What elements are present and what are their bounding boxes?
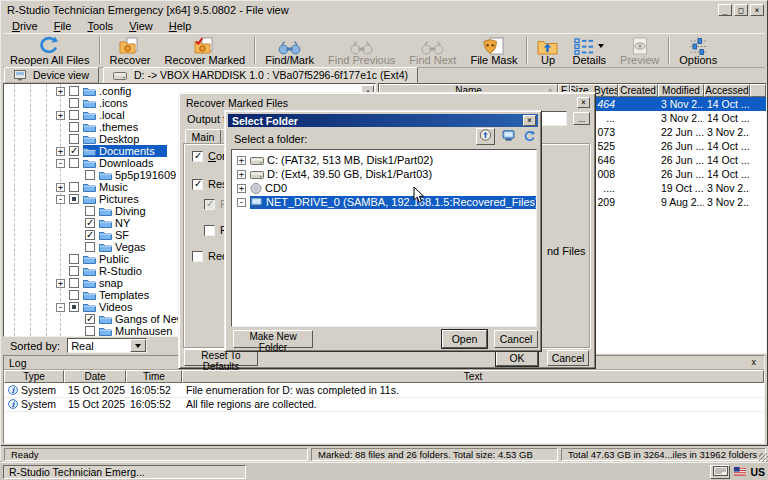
details-button[interactable]: Details	[565, 34, 613, 67]
expand-icon[interactable]: +	[237, 170, 246, 179]
checkbox[interactable]	[69, 98, 79, 108]
checkbox[interactable]	[192, 179, 203, 190]
checkbox[interactable]	[69, 182, 79, 192]
checkbox[interactable]	[192, 251, 203, 262]
window-title: R-Studio Technician Emergency [x64] 9.5.…	[3, 4, 289, 16]
accessed-cell: 3 Nov 2...	[704, 195, 750, 209]
drive-icon	[250, 155, 264, 166]
checkbox[interactable]	[85, 314, 95, 324]
log-column-time[interactable]: Time	[126, 370, 182, 383]
menu-item-file[interactable]: File	[46, 20, 80, 32]
checkbox[interactable]	[85, 242, 95, 252]
folder-icon	[99, 218, 112, 228]
column-header-modified[interactable]: Modified	[658, 84, 704, 97]
close-icon[interactable]: ×	[523, 115, 536, 126]
cancel-button[interactable]: Cancel	[547, 350, 589, 366]
minimize-button[interactable]: _	[718, 4, 732, 16]
expand-icon[interactable]: +	[56, 87, 65, 96]
checkbox[interactable]	[69, 122, 79, 132]
checkbox[interactable]	[69, 86, 79, 96]
tree-spacer	[56, 255, 65, 264]
checkbox[interactable]	[69, 254, 79, 264]
tree-item-label: Munhausen	[115, 325, 173, 337]
checkbox[interactable]	[192, 151, 203, 162]
checkbox[interactable]	[85, 218, 95, 228]
folder-item-net-drive-0[interactable]: -NET_DRIVE_0 (SAMBA, 192.168.1.5:Recover…	[232, 195, 536, 209]
column-header-created[interactable]: Created	[618, 84, 658, 97]
checkbox[interactable]	[69, 302, 79, 312]
folder-up-button[interactable]	[476, 128, 495, 145]
tree-spacer	[72, 207, 81, 216]
checkbox[interactable]	[85, 206, 95, 216]
expand-icon[interactable]: +	[56, 147, 65, 156]
log-row[interactable]: iSystem15 Oct 202516:05:52All file regio…	[4, 398, 764, 413]
browse-button[interactable]: ...	[573, 112, 590, 125]
taskbar-app-button[interactable]: R-Studio Technician Emerg...	[3, 465, 246, 479]
recover-button[interactable]: Recover	[103, 34, 158, 67]
collapse-icon[interactable]: -	[237, 198, 246, 207]
checkbox[interactable]	[69, 290, 79, 300]
expand-icon[interactable]: +	[237, 156, 246, 165]
column-header-accessed[interactable]: Accessed	[704, 84, 750, 97]
checkbox[interactable]	[85, 230, 95, 240]
checkbox[interactable]	[204, 225, 215, 236]
refresh-icon[interactable]	[523, 130, 536, 142]
tree-spacer	[72, 231, 81, 240]
make-new-folder-button[interactable]: Make New Folder	[233, 330, 313, 348]
checkbox[interactable]	[69, 266, 79, 276]
dropdown-arrow-icon[interactable]	[130, 339, 146, 352]
expand-icon[interactable]: +	[237, 184, 246, 193]
checkbox[interactable]	[69, 194, 79, 204]
checkbox[interactable]	[69, 278, 79, 288]
locale-label: US	[750, 466, 765, 478]
tab-partition[interactable]: D: -> VBOX HARDDISK 1.0 : VBa07f5296-6f1…	[103, 67, 418, 83]
tree-spacer	[56, 99, 65, 108]
find-mark-button[interactable]: Find/Mark	[258, 34, 321, 67]
recover-marked-button[interactable]: Recover Marked	[157, 34, 252, 67]
collapse-icon[interactable]: -	[56, 195, 65, 204]
log-column-type[interactable]: Type	[4, 370, 64, 383]
folder-item-d[interactable]: +D: (Ext4, 39.50 GB, Disk1/Part03)	[232, 167, 536, 181]
folder-item-cd0[interactable]: +CD0	[232, 181, 536, 195]
close-icon[interactable]: ×	[577, 97, 590, 108]
checkbox[interactable]	[69, 134, 79, 144]
open-button[interactable]: Open	[442, 330, 487, 348]
close-icon[interactable]: x	[749, 358, 760, 367]
menu-item-tools[interactable]: Tools	[79, 20, 121, 32]
expand-icon[interactable]: +	[56, 279, 65, 288]
log-row[interactable]: iSystem15 Oct 202516:05:52File enumerati…	[4, 383, 764, 398]
file-mask-button[interactable]: File Mask	[463, 34, 524, 67]
tab-main[interactable]: Main	[185, 129, 221, 144]
close-button[interactable]: ×	[750, 4, 764, 16]
folder-icon	[83, 158, 96, 168]
maximize-button[interactable]: □	[734, 4, 748, 16]
options-button[interactable]: Options	[672, 34, 724, 67]
computer-icon[interactable]	[502, 130, 515, 141]
expand-icon[interactable]: +	[56, 111, 65, 120]
checkbox[interactable]	[85, 326, 95, 336]
checkbox[interactable]	[69, 146, 79, 156]
checkbox[interactable]	[69, 110, 79, 120]
checkbox[interactable]	[69, 158, 79, 168]
expand-icon[interactable]: +	[56, 183, 65, 192]
up-button[interactable]: Up	[530, 34, 565, 67]
collapse-icon[interactable]: -	[56, 303, 65, 312]
log-column-text[interactable]: Text	[182, 370, 764, 383]
keyboard-layout-icon[interactable]	[710, 465, 730, 479]
cancel-button[interactable]: Cancel	[494, 330, 538, 348]
reopen-all-files-button[interactable]: Reopen All Files	[3, 34, 97, 67]
menu-item-help[interactable]: Help	[161, 20, 200, 32]
ok-button[interactable]: OK	[496, 350, 538, 366]
menu-item-drive[interactable]: Drive	[4, 20, 46, 32]
tree-spacer	[56, 291, 65, 300]
folder-item-c[interactable]: +C: (FAT32, 513 MB, Disk1/Part02)	[232, 153, 536, 167]
collapse-icon[interactable]: -	[56, 159, 65, 168]
sorted-by-select[interactable]: Real	[67, 338, 147, 353]
log-column-date[interactable]: Date	[64, 370, 126, 383]
tab-device-view[interactable]: Device view	[4, 67, 99, 83]
folder-icon	[83, 266, 96, 276]
resize-grip[interactable]	[759, 453, 768, 462]
menu-item-view[interactable]: View	[121, 20, 161, 32]
created-cell	[618, 167, 658, 181]
checkbox[interactable]	[85, 170, 95, 180]
